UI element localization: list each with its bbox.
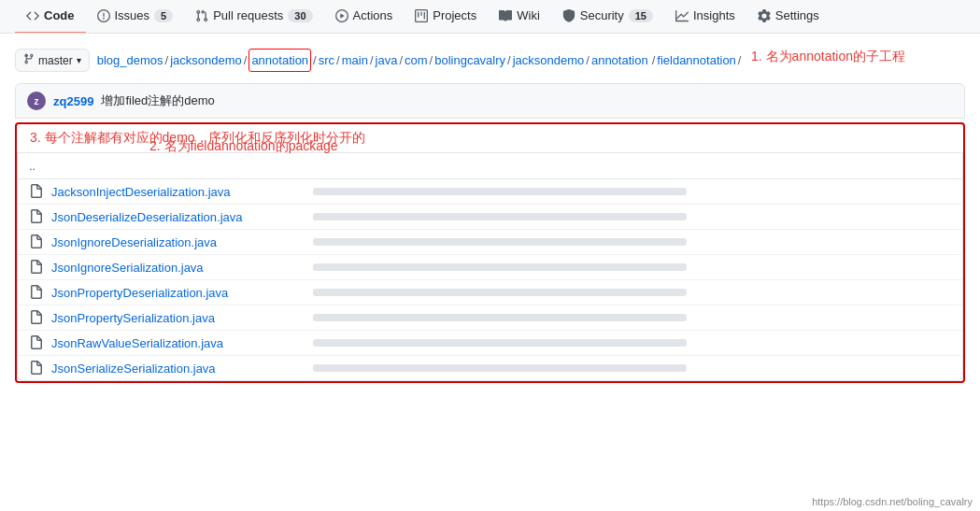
file-desc-6 xyxy=(313,339,687,347)
file-icon-7 xyxy=(29,361,44,376)
file-icon-4 xyxy=(29,285,44,300)
file-desc-7 xyxy=(313,364,687,372)
commit-author[interactable]: zq2599 xyxy=(53,94,93,108)
breadcrumb-sep-1: / xyxy=(165,50,169,71)
file-name-3[interactable]: JsonIgnoreSerialization.java xyxy=(51,261,294,275)
breadcrumb-bolingcavalry[interactable]: bolingcavalry xyxy=(434,50,505,71)
breadcrumb-src[interactable]: src xyxy=(319,50,334,71)
breadcrumb-sep-7: / xyxy=(430,50,433,71)
breadcrumb-sep-5: / xyxy=(370,50,374,71)
file-desc-0 xyxy=(313,188,687,195)
nav-label-projects: Projects xyxy=(433,8,476,22)
file-name-0[interactable]: JacksonInjectDeserialization.java xyxy=(51,185,294,199)
nav-label-actions: Actions xyxy=(353,8,393,22)
breadcrumb-sep-10: / xyxy=(652,50,656,71)
nav-label-settings: Settings xyxy=(775,8,819,22)
file-row: JsonPropertyDeserialization.java xyxy=(18,280,962,305)
file-desc-5 xyxy=(313,314,687,321)
nav-label-code: Code xyxy=(44,8,75,22)
nav-label-wiki: Wiki xyxy=(517,8,540,22)
breadcrumb-sep-8: / xyxy=(507,50,511,71)
breadcrumb-jacksondemo[interactable]: jacksondemo xyxy=(170,50,242,71)
file-desc-2 xyxy=(313,238,687,246)
file-desc-1 xyxy=(313,213,687,220)
top-navigation: Code Issues 5 Pull requests 30 Actions P… xyxy=(0,0,980,34)
annotation-label-2: 2. 名为fieldannotation的package xyxy=(149,138,338,155)
file-desc-4 xyxy=(313,289,687,296)
pr-badge: 30 xyxy=(288,9,312,22)
parent-dir-label: .. xyxy=(29,159,36,173)
file-name-7[interactable]: JsonSerializeSerialization.java xyxy=(51,362,294,376)
file-row: JsonPropertySerialization.java xyxy=(18,305,962,331)
settings-icon xyxy=(758,9,771,22)
breadcrumb: blog_demos / jacksondemo / annotation / … xyxy=(97,49,742,72)
annotation-label-1: 1. 名为annotation的子工程 xyxy=(751,49,905,65)
nav-item-projects[interactable]: Projects xyxy=(404,0,488,34)
pull-request-icon xyxy=(195,9,208,22)
file-icon-0 xyxy=(29,184,44,199)
projects-icon xyxy=(415,9,428,22)
breadcrumb-fieldannotation[interactable]: fieldannotation xyxy=(657,50,736,71)
file-icon-6 xyxy=(29,335,44,350)
breadcrumb-sep-6: / xyxy=(399,50,403,71)
commit-message: 增加filed注解的demo xyxy=(101,92,214,109)
file-icon-5 xyxy=(29,310,44,325)
nav-label-issues: Issues xyxy=(115,8,150,22)
file-row: JsonIgnoreSerialization.java xyxy=(18,255,962,280)
breadcrumb-jacksondemo-2[interactable]: jacksondemo xyxy=(513,50,585,71)
branch-selector[interactable]: master ▾ xyxy=(15,49,90,72)
file-name-6[interactable]: JsonRawValueSerialization.java xyxy=(51,336,294,350)
insights-icon xyxy=(675,9,689,22)
branch-name: master xyxy=(38,54,73,67)
file-row: JsonSerializeSerialization.java xyxy=(18,356,962,380)
main-content: 1. 名为annotation的子工程 master ▾ blog_demos … xyxy=(0,34,980,398)
breadcrumb-sep-9: / xyxy=(586,50,589,71)
file-list: .. JacksonInjectDeserialization.java Jso… xyxy=(17,153,963,381)
branch-icon xyxy=(23,53,35,67)
file-row: JsonIgnoreDeserialization.java xyxy=(18,230,962,255)
nav-item-pull-requests[interactable]: Pull requests 30 xyxy=(184,0,323,34)
nav-item-code[interactable]: Code xyxy=(15,0,86,34)
commit-row: z zq2599 增加filed注解的demo xyxy=(15,83,965,119)
nav-item-actions[interactable]: Actions xyxy=(324,0,405,34)
nav-label-insights: Insights xyxy=(693,8,735,22)
nav-label-pull-requests: Pull requests xyxy=(213,8,283,22)
nav-label-security: Security xyxy=(580,8,624,22)
breadcrumb-sep-3: / xyxy=(313,50,317,71)
branch-chevron-icon: ▾ xyxy=(77,55,81,65)
file-desc-3 xyxy=(313,263,687,271)
file-name-4[interactable]: JsonPropertyDeserialization.java xyxy=(51,286,294,300)
breadcrumb-blog-demos[interactable]: blog_demos xyxy=(97,50,163,71)
breadcrumb-sep-11: / xyxy=(738,50,742,71)
breadcrumb-java[interactable]: java xyxy=(376,50,398,71)
issues-badge: 5 xyxy=(154,9,173,22)
breadcrumb-sep-4: / xyxy=(336,50,340,71)
breadcrumb-annotation-highlighted[interactable]: annotation xyxy=(249,49,311,72)
code-icon xyxy=(26,9,39,22)
parent-directory-row[interactable]: .. xyxy=(18,153,962,179)
avatar: z xyxy=(27,92,46,110)
actions-icon xyxy=(335,9,348,22)
file-icon-2 xyxy=(29,234,44,249)
file-section: 3. 每个注解都有对应的demo，序列化和反序列化时分开的 .. Jackson… xyxy=(15,122,965,383)
file-name-2[interactable]: JsonIgnoreDeserialization.java xyxy=(51,235,294,249)
file-icon-1 xyxy=(29,209,44,224)
nav-item-settings[interactable]: Settings xyxy=(746,0,831,34)
breadcrumb-annotation-2[interactable]: annotation xyxy=(591,50,648,71)
nav-item-wiki[interactable]: Wiki xyxy=(488,0,551,34)
breadcrumb-main[interactable]: main xyxy=(342,50,368,71)
file-row: JsonRawValueSerialization.java xyxy=(18,331,962,356)
file-name-1[interactable]: JsonDeserializeDeserialization.java xyxy=(51,210,294,224)
security-icon xyxy=(562,9,575,22)
issues-icon xyxy=(97,9,110,22)
nav-item-insights[interactable]: Insights xyxy=(664,0,746,34)
nav-item-issues[interactable]: Issues 5 xyxy=(86,0,185,34)
breadcrumb-com[interactable]: com xyxy=(405,50,428,71)
file-name-5[interactable]: JsonPropertySerialization.java xyxy=(51,311,294,325)
nav-item-security[interactable]: Security 15 xyxy=(551,0,664,34)
file-row: JsonDeserializeDeserialization.java xyxy=(18,205,962,230)
file-row: JacksonInjectDeserialization.java xyxy=(18,179,962,205)
security-badge: 15 xyxy=(629,9,653,22)
breadcrumb-sep-2: / xyxy=(244,50,248,71)
wiki-icon xyxy=(499,9,512,22)
